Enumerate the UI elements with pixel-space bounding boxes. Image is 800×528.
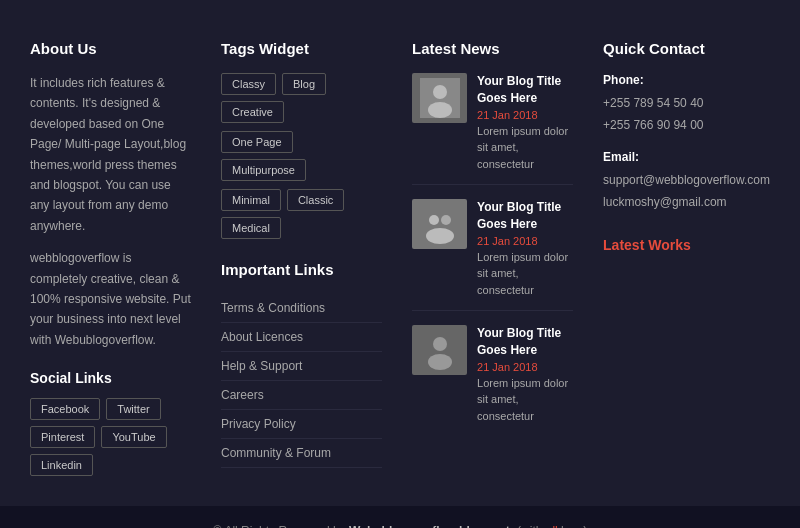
news-date-2: 21 Jan 2018 xyxy=(477,235,573,247)
social-twitter-button[interactable]: Twitter xyxy=(106,398,160,420)
social-links-section: Social Links Facebook Twitter Pinterest … xyxy=(30,370,191,476)
about-paragraph-1: It includes rich features & contents. It… xyxy=(30,73,191,236)
tag-multipurpose[interactable]: Multipurpose xyxy=(221,159,306,181)
quick-contact-column: Quick Contact Phone: +255 789 54 50 40 +… xyxy=(603,40,770,476)
tag-classy[interactable]: Classy xyxy=(221,73,276,95)
social-facebook-button[interactable]: Facebook xyxy=(30,398,100,420)
about-us-column: About Us It includes rich features & con… xyxy=(30,40,191,476)
news-item-2: Your Blog Title Goes Here 21 Jan 2018 Lo… xyxy=(412,199,573,311)
copyright-text-3: love) xyxy=(558,524,587,528)
tag-classic[interactable]: Classic xyxy=(287,189,344,211)
person-icon-3 xyxy=(420,330,460,370)
tag-minimal[interactable]: Minimal xyxy=(221,189,281,211)
news-date-1: 21 Jan 2018 xyxy=(477,109,573,121)
link-careers[interactable]: Careers xyxy=(221,381,382,410)
about-paragraph-2: webblogoverflow is completely creative, … xyxy=(30,248,191,350)
news-excerpt-2: Lorem ipsum dolor sit amet, consectetur xyxy=(477,249,573,299)
news-title-3: Your Blog Title Goes Here xyxy=(477,325,573,359)
news-thumb-placeholder-3 xyxy=(412,325,467,375)
news-excerpt-3: Lorem ipsum dolor sit amet, consectetur xyxy=(477,375,573,425)
social-buttons-container: Facebook Twitter Pinterest YouTube Linke… xyxy=(30,398,191,476)
svg-point-4 xyxy=(429,215,439,225)
tag-creative[interactable]: Creative xyxy=(221,101,284,123)
love-highlight: all xyxy=(546,524,558,528)
email-1[interactable]: support@webblogoverflow.com xyxy=(603,173,770,187)
latest-news-title: Latest News xyxy=(412,40,573,57)
svg-point-6 xyxy=(426,228,454,244)
social-linkedin-button[interactable]: Linkedin xyxy=(30,454,93,476)
phone-2: +255 766 90 94 00 xyxy=(603,118,703,132)
copyright-text-1: © All Rights Reserved by xyxy=(213,524,349,528)
tags-links-column: Tags Widget Classy Blog Creative One Pag… xyxy=(221,40,382,476)
news-item-3: Your Blog Title Goes Here 21 Jan 2018 Lo… xyxy=(412,325,573,436)
news-item-1: Your Blog Title Goes Here 21 Jan 2018 Lo… xyxy=(412,73,573,185)
news-date-3: 21 Jan 2018 xyxy=(477,361,573,373)
svg-point-2 xyxy=(428,102,452,118)
tag-onepage[interactable]: One Page xyxy=(221,131,293,153)
link-help[interactable]: Help & Support xyxy=(221,352,382,381)
tags-row-3: Minimal Classic Medical xyxy=(221,189,382,239)
social-youtube-button[interactable]: YouTube xyxy=(101,426,166,448)
email-2[interactable]: luckmoshy@gmail.com xyxy=(603,195,727,209)
link-privacy[interactable]: Privacy Policy xyxy=(221,410,382,439)
main-footer: About Us It includes rich features & con… xyxy=(0,0,800,506)
news-content-2: Your Blog Title Goes Here 21 Jan 2018 Lo… xyxy=(477,199,573,298)
quick-contact-title: Quick Contact xyxy=(603,40,770,57)
svg-point-5 xyxy=(441,215,451,225)
footer-grid: About Us It includes rich features & con… xyxy=(30,40,770,476)
news-content-1: Your Blog Title Goes Here 21 Jan 2018 Lo… xyxy=(477,73,573,172)
phone-values: +255 789 54 50 40 +255 766 90 94 00 xyxy=(603,93,770,136)
latest-works-heading: Latest Works xyxy=(603,237,770,253)
phone-1: +255 789 54 50 40 xyxy=(603,96,703,110)
tag-medical[interactable]: Medical xyxy=(221,217,281,239)
latest-works-rest: atest Works xyxy=(612,237,691,253)
important-links-list: Terms & Conditions About Licences Help &… xyxy=(221,294,382,468)
link-community[interactable]: Community & Forum xyxy=(221,439,382,468)
social-links-title: Social Links xyxy=(30,370,191,386)
tags-widget-title: Tags Widget xyxy=(221,40,382,57)
footer-bottom: © All Rights Reserved by Webublogoverflo… xyxy=(0,506,800,528)
svg-point-1 xyxy=(433,85,447,99)
person-icon-1 xyxy=(420,78,460,118)
news-title-2: Your Blog Title Goes Here xyxy=(477,199,573,233)
link-terms[interactable]: Terms & Conditions xyxy=(221,294,382,323)
link-licences[interactable]: About Licences xyxy=(221,323,382,352)
latest-works-l: L xyxy=(603,237,612,253)
tag-blog[interactable]: Blog xyxy=(282,73,326,95)
tags-row-2: One Page Multipurpose xyxy=(221,131,382,181)
copyright-text-2: -(with xyxy=(510,524,546,528)
news-thumb-1 xyxy=(412,73,467,123)
email-values: support@webblogoverflow.com luckmoshy@gm… xyxy=(603,170,770,213)
latest-news-column: Latest News Your Blog Title Goes Here 21… xyxy=(412,40,573,476)
news-thumb-placeholder-2 xyxy=(412,199,467,249)
social-pinterest-button[interactable]: Pinterest xyxy=(30,426,95,448)
important-links-title: Important Links xyxy=(221,261,382,278)
svg-point-9 xyxy=(428,354,452,370)
tags-row-1: Classy Blog Creative xyxy=(221,73,382,123)
news-thumb-2 xyxy=(412,199,467,249)
svg-point-8 xyxy=(433,337,447,351)
news-content-3: Your Blog Title Goes Here 21 Jan 2018 Lo… xyxy=(477,325,573,424)
news-excerpt-1: Lorem ipsum dolor sit amet, consectetur xyxy=(477,123,573,173)
phone-label: Phone: xyxy=(603,73,770,87)
site-name: Webublogoverflow.blogspot xyxy=(349,524,510,528)
about-us-title: About Us xyxy=(30,40,191,57)
person-icon-2 xyxy=(420,204,460,244)
email-label: Email: xyxy=(603,150,770,164)
news-thumb-placeholder-1 xyxy=(412,73,467,123)
news-title-1: Your Blog Title Goes Here xyxy=(477,73,573,107)
news-thumb-3 xyxy=(412,325,467,375)
